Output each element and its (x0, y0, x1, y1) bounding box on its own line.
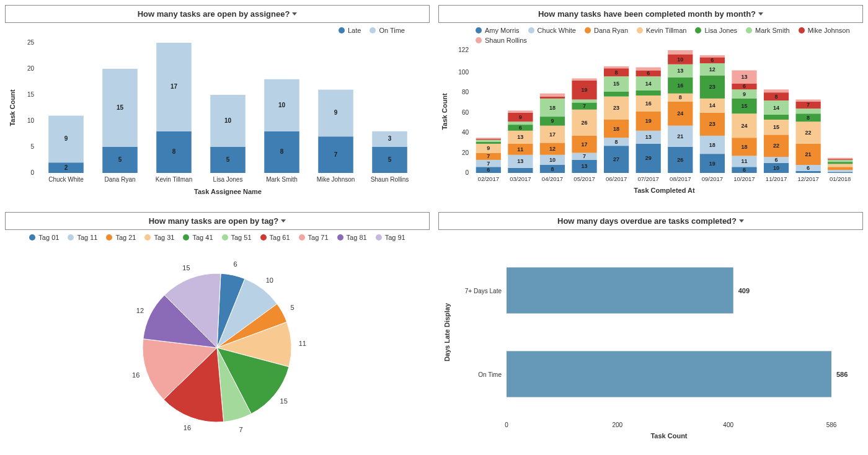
bar-segment[interactable] (508, 121, 533, 125)
legend-item[interactable]: Late (339, 27, 361, 34)
svg-text:13: 13 (517, 158, 523, 164)
svg-text:7: 7 (807, 102, 810, 108)
legend-item[interactable]: Tag 61 (260, 234, 290, 241)
svg-text:5: 5 (388, 156, 392, 163)
legend-item[interactable]: Chuck White (528, 27, 576, 34)
panel-title-overdue[interactable]: How many days overdue are tasks complete… (438, 212, 863, 230)
svg-text:8: 8 (280, 148, 284, 155)
svg-text:11: 11 (299, 340, 306, 347)
svg-text:9: 9 (519, 114, 522, 120)
legend-item[interactable]: Tag 31 (144, 234, 174, 241)
bar-segment[interactable] (476, 139, 501, 140)
panel-title-text: How many tasks are open by tag? (149, 216, 279, 226)
legend-swatch (637, 27, 643, 33)
bar-segment[interactable] (796, 100, 821, 102)
svg-text:6: 6 (743, 83, 746, 89)
bar-segment[interactable] (764, 115, 789, 120)
legend-item[interactable]: Tag 51 (222, 234, 252, 241)
legend-item[interactable]: Tag 81 (337, 234, 367, 241)
bar-segment[interactable] (604, 66, 629, 68)
bar-segment[interactable] (828, 170, 852, 172)
bar-segment[interactable] (508, 168, 533, 173)
svg-text:18: 18 (709, 142, 715, 148)
bar-segment[interactable] (828, 164, 852, 167)
chart-svg: 0200400586Task CountDays Late Display409… (438, 230, 862, 441)
bar-segment[interactable] (700, 55, 725, 57)
svg-text:6: 6 (743, 167, 746, 173)
svg-text:13: 13 (582, 163, 588, 169)
svg-text:15: 15 (280, 397, 288, 405)
svg-text:9: 9 (551, 118, 554, 124)
svg-text:8: 8 (615, 69, 618, 76)
svg-text:25: 25 (27, 39, 35, 46)
legend-item[interactable]: Kevin Tillman (637, 27, 686, 34)
legend-item[interactable]: Dana Ryan (585, 27, 628, 34)
bar-segment[interactable] (540, 94, 565, 97)
panel-days-overdue: How many days overdue are tasks complete… (438, 212, 863, 448)
svg-text:9: 9 (487, 145, 490, 151)
panel-title-month[interactable]: How many tasks have been completed month… (438, 5, 863, 23)
bar-segment[interactable] (508, 110, 533, 112)
bar-segment[interactable] (828, 158, 852, 159)
legend-item[interactable]: Amy Morris (476, 27, 520, 34)
legend-item[interactable]: Tag 91 (376, 234, 405, 241)
bar-segment[interactable] (540, 97, 565, 99)
bar-segment[interactable] (828, 172, 852, 173)
legend-swatch (299, 234, 305, 241)
bar-segment[interactable] (572, 78, 596, 80)
svg-text:Dana Ryan: Dana Ryan (104, 176, 135, 183)
bar-segment[interactable] (636, 68, 661, 71)
svg-text:Task Count: Task Count (9, 89, 16, 126)
svg-text:Kevin Tillman: Kevin Tillman (156, 176, 192, 183)
svg-text:10: 10 (224, 117, 232, 124)
svg-text:7+ Days Late: 7+ Days Late (465, 288, 502, 294)
legend-item[interactable]: Mark Smith (746, 27, 790, 34)
hbar[interactable] (507, 351, 831, 397)
bar-segment[interactable] (828, 160, 852, 162)
svg-text:23: 23 (709, 84, 715, 90)
legend-swatch (339, 27, 345, 33)
bar-segment[interactable] (796, 171, 821, 173)
legend-item[interactable]: On Time (370, 27, 405, 34)
legend-item[interactable]: Shaun Rollins (476, 37, 527, 44)
chart-month: Amy MorrisChuck WhiteDana RyanKevin Till… (438, 23, 863, 203)
chart-tag: Tag 01Tag 11Tag 21Tag 31Tag 41Tag 51Tag … (5, 230, 430, 448)
bar-segment[interactable] (828, 167, 852, 170)
bar-segment[interactable] (572, 100, 596, 103)
svg-text:20: 20 (462, 149, 469, 156)
bar-segment[interactable] (828, 159, 852, 160)
bar-segment[interactable] (764, 89, 789, 92)
svg-text:09/2017: 09/2017 (702, 175, 723, 182)
panel-title-tag[interactable]: How many tasks are open by tag? (5, 212, 430, 230)
legend-swatch (799, 27, 805, 33)
legend-label: Late (348, 27, 361, 34)
svg-text:5: 5 (118, 156, 122, 163)
svg-text:12: 12 (136, 307, 144, 314)
legend-item[interactable]: Tag 21 (106, 234, 136, 241)
legend-item[interactable]: Tag 11 (68, 234, 97, 241)
bar-segment[interactable] (636, 91, 661, 95)
svg-text:Lisa Jones: Lisa Jones (213, 176, 243, 183)
bar-segment[interactable] (476, 142, 501, 144)
legend-item[interactable]: Mike Johnson (799, 27, 850, 34)
legend-label: Tag 01 (38, 234, 59, 241)
bar-segment[interactable] (796, 108, 821, 113)
legend-item[interactable]: Tag 01 (29, 234, 59, 241)
svg-text:40: 40 (462, 129, 469, 136)
svg-text:Days Late Display: Days Late Display (443, 303, 451, 361)
bar-segment[interactable] (604, 92, 629, 97)
svg-text:23: 23 (709, 121, 715, 127)
bar-segment[interactable] (476, 139, 501, 141)
legend-label: Tag 61 (270, 234, 290, 241)
legend-item[interactable]: Tag 71 (299, 234, 329, 241)
svg-text:11/2017: 11/2017 (766, 175, 787, 182)
bar-segment[interactable] (476, 138, 501, 139)
panel-title-assignee[interactable]: How many tasks are open by assignee? (5, 5, 430, 23)
legend-item[interactable]: Lisa Jones (695, 27, 737, 34)
legend-item[interactable]: Tag 41 (183, 234, 213, 241)
legend-swatch (337, 234, 343, 241)
bar-segment[interactable] (668, 50, 693, 54)
chevron-down-icon (292, 12, 297, 15)
bar-segment[interactable] (828, 162, 852, 164)
hbar[interactable] (507, 267, 733, 313)
